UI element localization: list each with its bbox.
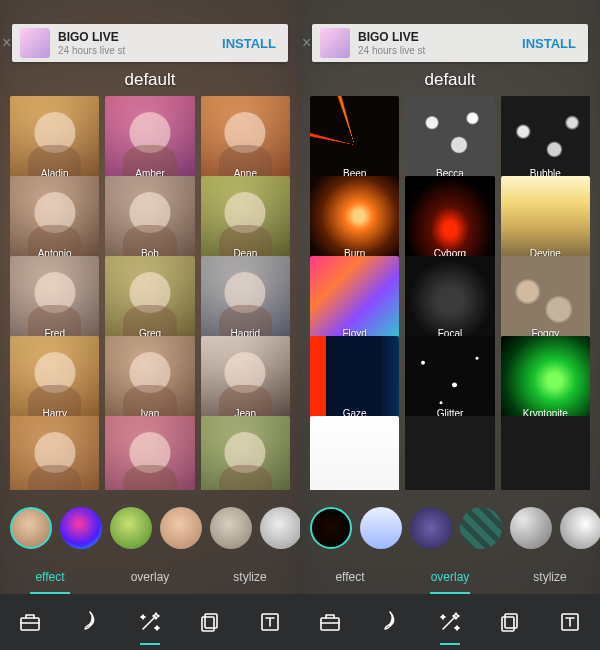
tab-effect[interactable]: effect bbox=[0, 560, 100, 594]
magic-wand-icon[interactable] bbox=[137, 609, 163, 635]
overlay-preview-1[interactable] bbox=[310, 507, 352, 549]
preview-strip[interactable] bbox=[300, 490, 600, 560]
overlay-tile[interactable]: Floyd bbox=[310, 256, 399, 345]
tab-overlay[interactable]: overlay bbox=[100, 560, 200, 594]
ad-banner[interactable]: ×BIGO LIVE24 hours live stINSTALL bbox=[12, 24, 288, 62]
effect-tile[interactable]: Jean bbox=[201, 336, 290, 425]
effect-tile[interactable]: Greg bbox=[105, 256, 194, 345]
svg-rect-0 bbox=[21, 618, 39, 630]
overlay-tile[interactable] bbox=[310, 416, 399, 490]
magic-wand-icon[interactable] bbox=[437, 609, 463, 635]
tab-effect[interactable]: effect bbox=[300, 560, 400, 594]
brush-icon[interactable] bbox=[377, 609, 403, 635]
effect-tile[interactable] bbox=[10, 416, 99, 490]
overlay-tile[interactable]: Bubble bbox=[501, 96, 590, 185]
overlay-preview-3[interactable] bbox=[410, 507, 452, 549]
effect-tile[interactable] bbox=[105, 416, 194, 490]
effect-preview-3[interactable] bbox=[110, 507, 152, 549]
ad-title: BIGO LIVE bbox=[358, 30, 510, 44]
overlay-preview-5[interactable] bbox=[510, 507, 552, 549]
layers-icon[interactable] bbox=[497, 609, 523, 635]
effect-preview-2[interactable] bbox=[60, 507, 102, 549]
toolbox-icon[interactable] bbox=[317, 609, 343, 635]
effect-tile[interactable]: Aladin bbox=[10, 96, 99, 185]
text-frame-icon[interactable] bbox=[557, 609, 583, 635]
overlay-preview-4[interactable] bbox=[460, 507, 502, 549]
overlay-grid: BeepBeccaBubbleBurnCyborgDevineFloydFoca… bbox=[300, 96, 600, 490]
overlay-tile[interactable]: Focal bbox=[405, 256, 494, 345]
effect-preview-1[interactable] bbox=[10, 507, 52, 549]
screen-right: ×BIGO LIVE24 hours live stINSTALLdefault… bbox=[300, 0, 600, 650]
category-tabs: effectoverlaystylize bbox=[300, 560, 600, 594]
tab-overlay[interactable]: overlay bbox=[400, 560, 500, 594]
ad-subtitle: 24 hours live st bbox=[358, 45, 510, 56]
overlay-tile[interactable]: Cyborg bbox=[405, 176, 494, 265]
overlay-tile[interactable]: Foggy bbox=[501, 256, 590, 345]
page-title: default bbox=[300, 70, 600, 90]
layers-icon[interactable] bbox=[197, 609, 223, 635]
effect-tile[interactable] bbox=[201, 416, 290, 490]
tab-stylize[interactable]: stylize bbox=[500, 560, 600, 594]
overlay-tile[interactable]: Kryptonite bbox=[501, 336, 590, 425]
svg-rect-2 bbox=[202, 617, 214, 631]
effect-tile[interactable]: Hagrid bbox=[201, 256, 290, 345]
effect-tile[interactable]: Dean bbox=[201, 176, 290, 265]
overlay-tile[interactable] bbox=[405, 416, 494, 490]
effect-tile[interactable]: Harry bbox=[10, 336, 99, 425]
ad-subtitle: 24 hours live st bbox=[58, 45, 210, 56]
effect-preview-4[interactable] bbox=[160, 507, 202, 549]
install-button[interactable]: INSTALL bbox=[510, 36, 588, 51]
tab-stylize[interactable]: stylize bbox=[200, 560, 300, 594]
ad-thumbnail bbox=[20, 28, 50, 58]
overlay-tile[interactable]: Gaze bbox=[310, 336, 399, 425]
page-title: default bbox=[0, 70, 300, 90]
close-icon[interactable]: × bbox=[0, 30, 15, 56]
svg-rect-1 bbox=[205, 614, 217, 628]
install-button[interactable]: INSTALL bbox=[210, 36, 288, 51]
overlay-tile[interactable]: Beep bbox=[310, 96, 399, 185]
effect-tile[interactable]: Antonio bbox=[10, 176, 99, 265]
overlay-preview-2[interactable] bbox=[360, 507, 402, 549]
preview-strip[interactable] bbox=[0, 490, 300, 560]
toolbox-icon[interactable] bbox=[17, 609, 43, 635]
ad-banner[interactable]: ×BIGO LIVE24 hours live stINSTALL bbox=[312, 24, 588, 62]
overlay-preview-6[interactable] bbox=[560, 507, 600, 549]
effect-tile[interactable]: Amber bbox=[105, 96, 194, 185]
svg-rect-5 bbox=[505, 614, 517, 628]
effect-tile[interactable]: Bob bbox=[105, 176, 194, 265]
brush-icon[interactable] bbox=[77, 609, 103, 635]
overlay-tile[interactable]: Devine bbox=[501, 176, 590, 265]
overlay-tile[interactable] bbox=[501, 416, 590, 490]
effect-preview-6[interactable] bbox=[260, 507, 300, 549]
ad-title: BIGO LIVE bbox=[58, 30, 210, 44]
overlay-tile[interactable]: Becca bbox=[405, 96, 494, 185]
effect-tile[interactable]: Ivan bbox=[105, 336, 194, 425]
bottom-toolbar bbox=[0, 594, 300, 650]
text-frame-icon[interactable] bbox=[257, 609, 283, 635]
ad-thumbnail bbox=[320, 28, 350, 58]
svg-rect-4 bbox=[321, 618, 339, 630]
svg-rect-6 bbox=[502, 617, 514, 631]
category-tabs: effectoverlaystylize bbox=[0, 560, 300, 594]
effect-tile[interactable]: Fred bbox=[10, 256, 99, 345]
effect-tile[interactable]: Anne bbox=[201, 96, 290, 185]
close-icon[interactable]: × bbox=[300, 30, 315, 56]
effect-preview-5[interactable] bbox=[210, 507, 252, 549]
overlay-tile[interactable]: Burn bbox=[310, 176, 399, 265]
overlay-tile[interactable]: Glitter bbox=[405, 336, 494, 425]
screen-left: ×BIGO LIVE24 hours live stINSTALLdefault… bbox=[0, 0, 300, 650]
effect-grid: AladinAmberAnneAntonioBobDeanFredGregHag… bbox=[0, 96, 300, 490]
bottom-toolbar bbox=[300, 594, 600, 650]
